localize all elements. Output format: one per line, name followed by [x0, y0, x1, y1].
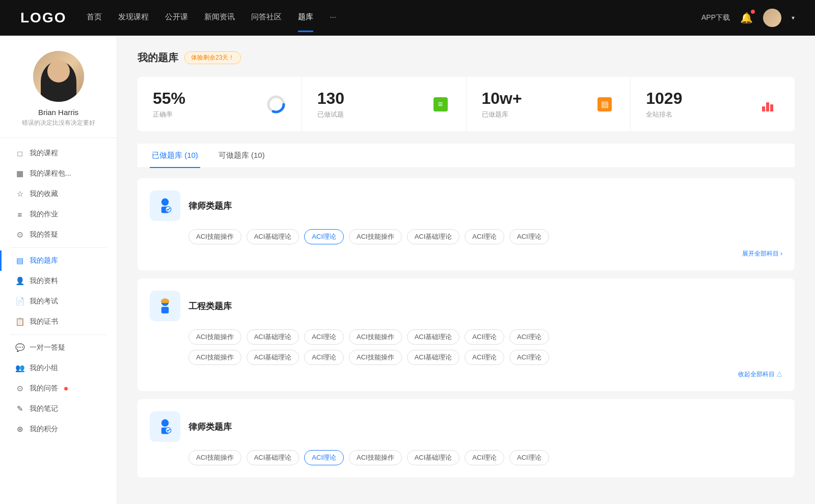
sidebar-item-course-package[interactable]: ▦ 我的课程包...: [0, 163, 117, 184]
sidebar-item-group[interactable]: 👥 我的小组: [0, 358, 117, 378]
trial-badge: 体验剩余23天！: [184, 51, 241, 64]
tag-active[interactable]: ACI理论: [304, 229, 344, 244]
stat-accuracy-value: 55%: [153, 89, 258, 108]
tab-done[interactable]: 已做题库 (10): [150, 144, 200, 167]
sidebar-item-certificate[interactable]: 📋 我的证书: [0, 312, 117, 332]
sidebar-item-my-courses[interactable]: □ 我的课程: [0, 143, 117, 163]
tag[interactable]: ACI基础理论: [247, 350, 300, 365]
nav-open-course[interactable]: 公开课: [165, 12, 188, 24]
star-icon: ☆: [15, 189, 24, 199]
certificate-icon: 📋: [15, 317, 24, 326]
app-download-link[interactable]: APP下载: [701, 13, 730, 22]
tag[interactable]: ACI技能操作: [349, 229, 402, 244]
tag[interactable]: ACI技能操作: [188, 350, 241, 365]
tabs-row: 已做题库 (10) 可做题库 (10): [138, 144, 795, 168]
sidebar-item-profile[interactable]: 👤 我的资料: [0, 271, 117, 291]
tag[interactable]: ACI理论: [304, 329, 344, 345]
expand-link-lawyer-1[interactable]: 展开全部科目 ›: [150, 249, 782, 258]
tag[interactable]: ACI技能操作: [349, 329, 402, 345]
tags-row-engineer: ACI技能操作 ACI基础理论 ACI理论 ACI技能操作 ACI基础理论 AC…: [150, 329, 782, 345]
done-doc-icon: ≡: [430, 94, 451, 115]
tag[interactable]: ACI理论: [465, 329, 504, 345]
bar3: [770, 104, 773, 111]
group-icon: 👥: [15, 363, 24, 373]
tag[interactable]: ACI理论: [509, 329, 549, 345]
sidebar-item-1on1[interactable]: 💬 一对一答疑: [0, 338, 117, 358]
sidebar-item-label: 我的考试: [30, 297, 58, 306]
lawyer2-icon-wrap: [150, 411, 180, 442]
question-badge: [64, 387, 68, 390]
qa-icon: ⊙: [15, 230, 24, 239]
notification-badge: [751, 10, 755, 14]
tag[interactable]: ACI理论: [304, 350, 344, 365]
sidebar-item-points[interactable]: ⊛ 我的积分: [0, 419, 117, 439]
tag[interactable]: ACI技能操作: [188, 329, 241, 345]
stat-done-banks: 10w+ 已做题库 ▤: [467, 77, 631, 131]
bar1: [762, 106, 765, 111]
exam-icon: 📄: [15, 297, 24, 306]
orange-doc: ▤: [597, 97, 612, 111]
stat-banks-group: 10w+ 已做题库: [482, 89, 587, 119]
nav-discover[interactable]: 发现课程: [118, 12, 149, 24]
nav-home[interactable]: 首页: [87, 12, 102, 24]
bell-icon[interactable]: 🔔: [740, 12, 753, 24]
tab-available[interactable]: 可做题库 (10): [216, 144, 267, 167]
tag[interactable]: ACI理论: [509, 229, 549, 244]
sidebar-username: Brian Harris: [38, 108, 78, 117]
stat-done-label: 已做试题: [317, 110, 422, 119]
sidebar-item-qbank[interactable]: ▤ 我的题库: [0, 250, 117, 271]
sidebar-item-favorites[interactable]: ☆ 我的收藏: [0, 184, 117, 204]
bar2: [766, 102, 769, 111]
nav-qbank[interactable]: 题库: [298, 12, 313, 24]
qbank-header-lawyer2: 律师类题库: [150, 411, 782, 442]
tag[interactable]: ACI技能操作: [188, 450, 241, 465]
qbank-card-engineer: 工程类题库 ACI技能操作 ACI基础理论 ACI理论 ACI技能操作 ACI基…: [138, 278, 795, 391]
stat-banks-label: 已做题库: [482, 110, 587, 119]
homework-icon: ≡: [15, 210, 24, 219]
tag[interactable]: ACI基础理论: [247, 329, 300, 345]
tag[interactable]: ACI基础理论: [247, 450, 300, 465]
collapse-link-engineer[interactable]: 收起全部科目 △: [150, 370, 782, 379]
sidebar-item-label: 我的证书: [30, 317, 58, 326]
tag-active[interactable]: ACI理论: [304, 450, 344, 465]
avatar[interactable]: [763, 9, 781, 27]
nav-news[interactable]: 新闻资讯: [204, 12, 235, 24]
tag[interactable]: ACI基础理论: [247, 229, 300, 244]
tag[interactable]: ACI理论: [465, 450, 504, 465]
tag[interactable]: ACI理论: [509, 450, 549, 465]
nav-more[interactable]: ···: [330, 12, 336, 24]
qbank-header-eng: 工程类题库: [150, 291, 782, 321]
navbar: LOGO 首页 发现课程 公开课 新闻资讯 问答社区 题库 ··· APP下载 …: [0, 0, 815, 36]
page-header: 我的题库 体验剩余23天！: [138, 51, 795, 65]
tags-row-engineer-extra: ACI技能操作 ACI基础理论 ACI理论 ACI技能操作 ACI基础理论 AC…: [150, 350, 782, 365]
qbank-card-lawyer-1: 律师类题库 ACI技能操作 ACI基础理论 ACI理论 ACI技能操作 ACI基…: [138, 178, 795, 270]
tag[interactable]: ACI技能操作: [349, 350, 402, 365]
divider2: [10, 334, 106, 335]
sidebar-item-homework[interactable]: ≡ 我的作业: [0, 204, 117, 225]
tag[interactable]: ACI技能操作: [188, 229, 241, 244]
page-title: 我的题库: [138, 51, 178, 65]
qbank-title-lawyer-2: 律师类题库: [188, 421, 232, 433]
accuracy-chart-icon: [266, 94, 286, 115]
tag[interactable]: ACI基础理论: [407, 229, 460, 244]
tag[interactable]: ACI理论: [465, 229, 504, 244]
sidebar-item-questions[interactable]: ⊙ 我的问答: [0, 378, 117, 399]
lawyer-icon-wrap: [150, 190, 180, 221]
tag[interactable]: ACI理论: [465, 350, 504, 365]
sidebar-item-label: 我的积分: [30, 425, 58, 434]
sidebar-item-exam[interactable]: 📄 我的考试: [0, 291, 117, 312]
profile-icon: 👤: [15, 276, 24, 286]
stat-banks-value: 10w+: [482, 89, 587, 108]
sidebar-item-notes[interactable]: ✎ 我的笔记: [0, 399, 117, 419]
bar-chart: [762, 97, 776, 111]
chevron-down-icon[interactable]: ▾: [792, 14, 795, 21]
sidebar-item-qa[interactable]: ⊙ 我的答疑: [0, 225, 117, 245]
tag[interactable]: ACI基础理论: [407, 329, 460, 345]
tag[interactable]: ACI基础理论: [407, 350, 460, 365]
stats-row: 55% 正确率 130 已做试题 ≡: [138, 77, 795, 131]
stat-rank-value: 1029: [646, 89, 751, 108]
tag[interactable]: ACI理论: [509, 350, 549, 365]
tag[interactable]: ACI基础理论: [407, 450, 460, 465]
nav-qa[interactable]: 问答社区: [251, 12, 282, 24]
tag[interactable]: ACI技能操作: [349, 450, 402, 465]
